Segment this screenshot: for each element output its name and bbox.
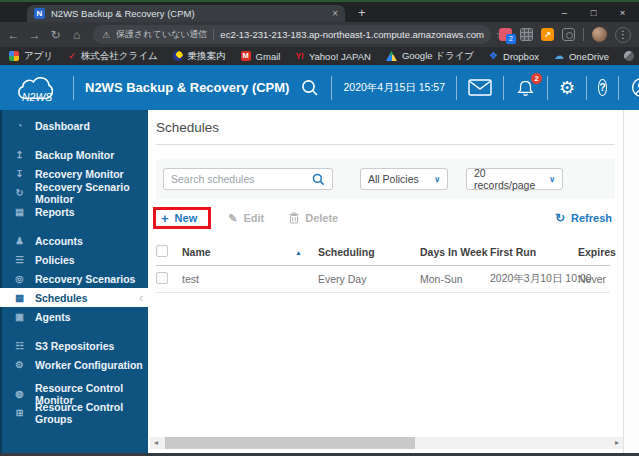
edit-button[interactable]: ✎ Edit xyxy=(228,212,264,225)
home-icon[interactable]: ⌂ xyxy=(70,28,83,42)
mail-icon[interactable] xyxy=(468,79,492,96)
search-input[interactable] xyxy=(171,173,312,185)
minimize-button[interactable]: – xyxy=(550,7,579,18)
new-tab-button[interactable]: + xyxy=(358,5,366,20)
bookmark-onedrive[interactable]: ☁OneDrive xyxy=(554,51,609,62)
bookmark-yahoo[interactable]: Y!Yahoo! JAPAN xyxy=(295,51,370,62)
header-divider xyxy=(456,76,457,100)
resource-control-monitor-icon: ◍ xyxy=(13,388,26,399)
address-bar[interactable]: ⚠ 保護されていない通信 ec2-13-231-213-183.ap-north… xyxy=(93,25,491,44)
sidebar-item-policies[interactable]: ☰Policies xyxy=(0,250,148,269)
security-warning-icon[interactable]: ⚠ xyxy=(102,30,110,40)
cell-scheduling: Every Day xyxy=(318,266,420,293)
extension-pin-icon[interactable]: 2 xyxy=(499,28,512,41)
sidebar-item-reports[interactable]: ▤Reports xyxy=(0,202,148,221)
sidebar-item-agents[interactable]: ▣Agents xyxy=(0,307,148,326)
browser-tab[interactable]: N N2WS Backup & Recovery (CPM) × xyxy=(27,5,345,22)
close-button[interactable]: × xyxy=(608,7,637,18)
column-header-scheduling[interactable]: Scheduling xyxy=(318,239,420,266)
search-box xyxy=(163,168,333,190)
column-header-first-run[interactable]: First Run xyxy=(490,239,578,266)
delete-button[interactable]: Delete xyxy=(289,212,338,224)
app-header: N2WS N2WS Backup & Recovery (CPM) 2020年4… xyxy=(0,65,639,110)
sidebar-item-worker-configuration[interactable]: ⚙Worker Configuration xyxy=(0,355,148,374)
climb-icon: ✓ xyxy=(68,51,76,61)
svg-text:N2WS: N2WS xyxy=(22,91,52,103)
bookmark-gmail[interactable]: MGmail xyxy=(241,51,281,62)
bookmark-climb[interactable]: ✓株式会社クライム xyxy=(68,50,157,63)
tab-favicon: N xyxy=(34,8,45,19)
tab-title: N2WS Backup & Recovery (CPM) xyxy=(51,8,326,19)
browser-titlebar: N N2WS Backup & Recovery (CPM) × + – □ × xyxy=(0,2,639,22)
refresh-button[interactable]: ↻ Refresh xyxy=(555,211,612,225)
user-menu[interactable]: climb ∨ xyxy=(631,77,639,98)
extension-grid-icon[interactable] xyxy=(520,28,533,41)
bookmark-gdrive[interactable]: Google ドライブ xyxy=(386,50,474,63)
chrome-menu-icon[interactable]: ⋮ xyxy=(615,27,631,43)
sidebar-item-recovery-scenarios[interactable]: ◎Recovery Scenarios xyxy=(0,269,148,288)
bookmark-apps[interactable]: アプリ xyxy=(9,50,53,63)
recovery-monitor-icon: ↧ xyxy=(13,168,26,179)
browser-window: N N2WS Backup & Recovery (CPM) × + – □ ×… xyxy=(0,0,639,456)
tab-close-icon[interactable]: × xyxy=(332,8,338,19)
row-checkbox[interactable] xyxy=(156,272,168,284)
sidebar-item-resource-control-groups[interactable]: ⊞Resource Control Groups xyxy=(0,403,148,422)
sidebar-item-backup-monitor[interactable]: ↥Backup Monitor xyxy=(0,145,148,164)
schedules-table: Name▲ Scheduling Days In Week First Run … xyxy=(156,239,610,293)
sort-asc-icon[interactable]: ▲ xyxy=(295,249,302,256)
bookmark-svgw[interactable]: シリコンバレーゲートウェイ xyxy=(624,50,639,63)
cell-days-in-week: Mon-Sun xyxy=(420,266,490,293)
n2ws-logo: N2WS xyxy=(8,71,62,105)
reload-icon[interactable]: ↻ xyxy=(49,28,62,42)
table-header-row: Name▲ Scheduling Days In Week First Run … xyxy=(156,239,610,266)
sidebar-item-s3-repositories[interactable]: ☷S3 Repositories xyxy=(0,336,148,355)
bookmark-dropbox[interactable]: ❖Dropbox xyxy=(489,51,539,62)
header-search-icon[interactable] xyxy=(300,78,320,98)
yahoo-icon: Y! xyxy=(295,51,304,61)
globe-icon xyxy=(624,51,634,61)
refresh-icon: ↻ xyxy=(555,211,565,225)
s3-repositories-icon: ☷ xyxy=(13,340,26,351)
header-divider xyxy=(547,76,548,100)
page-title: Schedules xyxy=(156,120,615,135)
recovery-scenario-monitor-icon: ↻ xyxy=(13,187,26,198)
cell-first-run: 2020年3月10日 10:00 xyxy=(490,266,578,293)
column-header-name[interactable]: Name▲ xyxy=(182,239,318,266)
url-host: ec2-13-231-213-183.ap-northeast-1.comput… xyxy=(220,29,484,40)
sidebar-item-accounts[interactable]: ♟Accounts xyxy=(0,231,148,250)
scroll-right-icon[interactable]: ▸ xyxy=(611,437,623,449)
table-row[interactable]: test Every Day Mon-Sun 2020年3月10日 10:00 … xyxy=(156,266,610,293)
annotation-red-box: + New xyxy=(153,207,211,229)
notifications-bell-icon[interactable]: 2 xyxy=(515,78,536,98)
browser-toolbar: ← → ↻ ⌂ ⚠ 保護されていない通信 ec2-13-231-213-183.… xyxy=(0,22,639,47)
agents-icon: ▣ xyxy=(13,311,26,322)
sidebar-item-recovery-scenario-monitor[interactable]: ↻Recovery Scenario Monitor xyxy=(0,183,148,202)
sidebar-item-dashboard[interactable]: ◔Dashboard xyxy=(0,116,148,135)
settings-gear-icon[interactable]: ⚙ xyxy=(559,79,575,97)
extension-camera-icon[interactable] xyxy=(562,28,575,41)
forward-icon[interactable]: → xyxy=(28,28,41,42)
header-divider xyxy=(503,76,504,100)
profile-avatar[interactable] xyxy=(592,27,607,42)
select-all-checkbox[interactable] xyxy=(156,245,168,257)
maximize-button[interactable]: □ xyxy=(579,7,608,18)
omnibox-divider xyxy=(213,29,214,40)
back-icon[interactable]: ← xyxy=(7,28,20,42)
reports-icon: ▤ xyxy=(13,206,26,217)
page-size-select[interactable]: 20 records/page ∨ xyxy=(466,168,563,190)
column-header-days-in-week[interactable]: Days In Week xyxy=(420,239,490,266)
bookmark-norikae[interactable]: 乗換案内 xyxy=(173,50,226,63)
new-button[interactable]: + New xyxy=(161,212,197,224)
scroll-left-icon[interactable]: ◂ xyxy=(150,437,162,449)
extension-arrow-icon[interactable]: ↗ xyxy=(541,28,554,41)
search-icon[interactable] xyxy=(312,173,325,186)
horizontal-scrollbar[interactable]: ◂ ▸ xyxy=(150,437,623,449)
policy-filter-select[interactable]: All Policies ∨ xyxy=(360,168,448,190)
user-icon xyxy=(631,77,639,98)
sidebar-item-schedules[interactable]: ▦Schedules‹ xyxy=(0,288,148,307)
help-icon[interactable]: ? xyxy=(598,79,606,96)
window-controls: – □ × xyxy=(550,3,637,21)
scrollbar-thumb[interactable] xyxy=(165,437,415,449)
column-header-expires[interactable]: Expires xyxy=(578,239,610,266)
vertical-scrollbar[interactable] xyxy=(623,110,639,453)
